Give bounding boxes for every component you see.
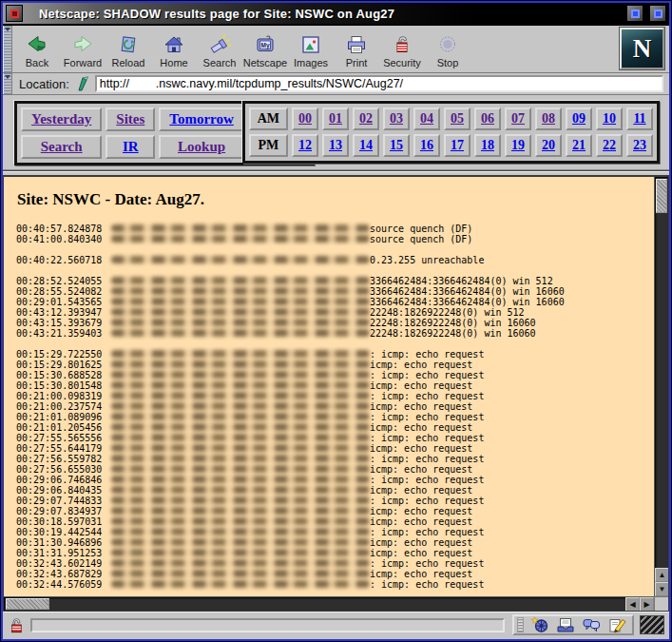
log-line (16, 339, 654, 349)
hour-link-19[interactable]: 19 (511, 138, 525, 152)
log-detail: : icmp: echo request (370, 454, 484, 464)
hour-link-20[interactable]: 20 (542, 138, 555, 152)
log-timestamp: 00:15:29.801625 (16, 360, 102, 370)
maximize-button[interactable] (649, 5, 666, 22)
horizontal-scrollbar[interactable]: ◀ ▶ (4, 596, 654, 611)
nav-link-lookup[interactable]: Lookup (178, 139, 225, 154)
hour-cell: 22 (596, 134, 623, 157)
location-bar: Location: (3, 73, 669, 95)
nav-link-search[interactable]: Search (41, 139, 83, 154)
toolbar-button-reload[interactable]: Reload (106, 27, 151, 71)
hour-cell: 19 (505, 134, 531, 157)
hour-row: AM000102030405060708091011 (249, 107, 653, 130)
nav-frame: YesterdaySitesTomorrowHomeSearchIRLookup… (3, 95, 669, 170)
hour-link-09[interactable]: 09 (572, 111, 586, 126)
hour-link-00[interactable]: 00 (298, 111, 312, 126)
inbox-icon[interactable] (556, 616, 575, 633)
hour-link-14[interactable]: 14 (359, 138, 373, 152)
hour-link-17[interactable]: 17 (451, 138, 464, 152)
toolbar-button-netscape[interactable]: MyNetscape (242, 27, 288, 71)
log-timestamp: 00:32:44.576059 (16, 579, 102, 590)
navigator-wheel-icon[interactable] (530, 616, 549, 633)
hour-cell: 05 (444, 107, 470, 130)
hour-cell: 23 (626, 134, 653, 157)
log-line: 00:28:52.5240553366462484:3366462484(0) … (16, 276, 654, 286)
scroll-left-button[interactable]: ◀ (625, 597, 640, 612)
log-detail: icmp: echo request (370, 516, 472, 527)
redacted-blur (111, 277, 370, 284)
minimize-icon (631, 10, 640, 18)
toolbar-button-forward[interactable]: Forward (60, 27, 106, 71)
scroll-right-button[interactable]: ▶ (640, 597, 654, 612)
toolbar-button-stop[interactable]: Stop (425, 27, 470, 71)
log-timestamp: 00:27:55.565556 (16, 433, 102, 443)
bookmark-icon[interactable] (74, 75, 91, 92)
component-bar-drag-handle[interactable] (517, 617, 524, 632)
hour-cell: 07 (505, 107, 531, 130)
toolbar-button-security[interactable]: Security (379, 27, 425, 71)
hour-link-23[interactable]: 23 (633, 138, 646, 152)
nav-cell: Search (21, 135, 102, 159)
discussions-icon[interactable] (582, 616, 601, 633)
toolbar-button-search[interactable]: Search (197, 27, 242, 71)
log-output: 00:40:57.824878source quench (DF)00:41:0… (16, 224, 654, 590)
horizontal-scroll-thumb[interactable] (6, 598, 49, 610)
log-timestamp: 00:27:56.655030 (16, 464, 102, 475)
log-line: 00:27:56.559782: icmp: echo request (16, 454, 654, 464)
minimize-button[interactable] (626, 5, 643, 22)
log-timestamp: 00:32:43.687829 (16, 569, 102, 579)
url-input[interactable] (95, 75, 663, 92)
redacted-blur (111, 371, 370, 379)
scroll-down-button[interactable]: ▼ (655, 582, 669, 596)
nav-link-tomorrow[interactable]: Tomorrow (169, 111, 234, 126)
log-detail: source quench (DF) (370, 224, 472, 234)
scroll-up-button[interactable]: ▲ (655, 568, 669, 582)
nav-link-yesterday[interactable]: Yesterday (31, 111, 91, 126)
toolbar-button-images[interactable]: Images (288, 27, 334, 71)
hour-link-21[interactable]: 21 (572, 138, 586, 152)
log-line: 00:29:06.746846: icmp: echo request (16, 475, 654, 485)
toolbar-button-label: Forward (64, 57, 102, 68)
redacted-blur (111, 319, 370, 326)
nav-link-ir[interactable]: IR (123, 139, 139, 154)
hour-link-18[interactable]: 18 (481, 138, 494, 152)
vertical-scroll-thumb[interactable] (656, 179, 667, 213)
hour-link-07[interactable]: 07 (511, 111, 525, 126)
hour-link-05[interactable]: 05 (451, 111, 464, 126)
hour-link-22[interactable]: 22 (603, 138, 616, 152)
vertical-scroll-buttons: ▲ ▼ (655, 568, 669, 596)
hour-link-04[interactable]: 04 (420, 111, 433, 126)
hour-link-06[interactable]: 06 (481, 111, 494, 126)
hour-cell: 04 (413, 107, 440, 130)
hour-link-10[interactable]: 10 (603, 111, 616, 126)
location-collapse-handle[interactable] (3, 73, 12, 94)
horizontal-scroll-buttons: ◀ ▶ (625, 597, 654, 612)
hour-link-02[interactable]: 02 (359, 111, 373, 126)
netscape-logo[interactable]: N (620, 28, 664, 69)
toolbar-collapse-handle[interactable] (3, 26, 12, 72)
hour-link-01[interactable]: 01 (329, 111, 342, 126)
hour-link-16[interactable]: 16 (420, 138, 433, 152)
toolbar-button-home[interactable]: Home (151, 27, 197, 71)
toolbar-button-print[interactable]: Print (334, 27, 379, 71)
hour-link-15[interactable]: 15 (390, 138, 403, 152)
window-title: Netscape: SHADOW results page for Site: … (26, 7, 624, 21)
toolbar-button-back[interactable]: Back (14, 27, 60, 71)
hour-link-13[interactable]: 13 (329, 138, 342, 152)
log-timestamp: 00:15:30.801548 (16, 380, 102, 391)
nav-link-sites[interactable]: Sites (116, 111, 144, 126)
redacted-blur (111, 298, 370, 305)
log-timestamp: 00:31:31.951253 (16, 548, 102, 558)
close-button[interactable] (6, 5, 23, 22)
log-line: 00:43:15.39367922248:1826922248(0) win 1… (16, 318, 654, 328)
hour-link-03[interactable]: 03 (390, 111, 403, 126)
hour-link-11[interactable]: 11 (633, 111, 645, 126)
log-line: 00:15:29.801625icmp: echo request (16, 360, 654, 370)
resize-grip[interactable] (640, 615, 664, 634)
hour-link-08[interactable]: 08 (542, 111, 555, 126)
hour-link-12[interactable]: 12 (298, 138, 312, 152)
composer-icon[interactable] (607, 616, 626, 633)
log-line: 00:15:30.688528: icmp: echo request (16, 370, 654, 380)
security-padlock-icon[interactable] (10, 617, 24, 633)
vertical-scrollbar[interactable]: ▲ ▼ (654, 177, 668, 596)
